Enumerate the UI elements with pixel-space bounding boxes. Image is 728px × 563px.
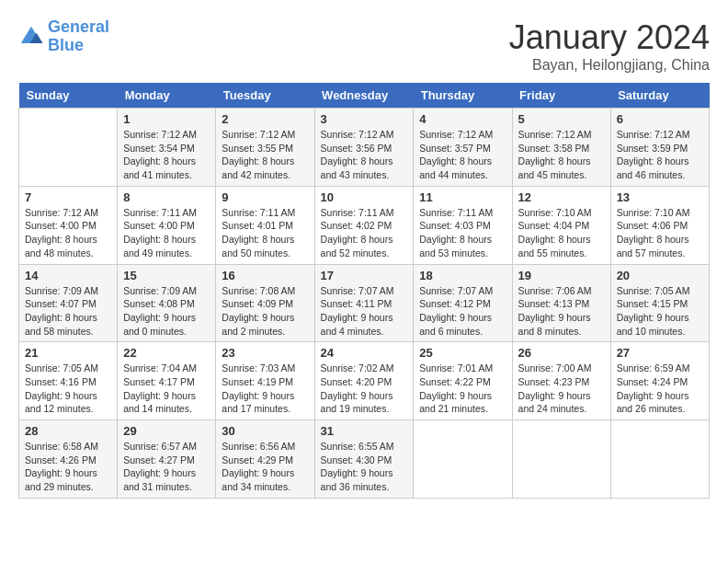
calendar-cell [19, 109, 118, 187]
day-number: 24 [321, 346, 408, 360]
day-info: Sunrise: 7:11 AMSunset: 4:00 PMDaylight:… [123, 206, 210, 260]
calendar-cell: 13Sunrise: 7:10 AMSunset: 4:06 PMDayligh… [610, 186, 709, 264]
day-info: Sunrise: 7:12 AMSunset: 3:58 PMDaylight:… [518, 128, 605, 182]
calendar-cell: 15Sunrise: 7:09 AMSunset: 4:08 PMDayligh… [118, 264, 216, 342]
calendar-cell: 30Sunrise: 6:56 AMSunset: 4:29 PMDayligh… [216, 420, 314, 499]
day-info: Sunrise: 7:12 AMSunset: 3:55 PMDaylight:… [222, 128, 308, 182]
day-number: 2 [222, 112, 308, 126]
day-info: Sunrise: 6:57 AMSunset: 4:27 PMDaylight:… [123, 440, 210, 494]
calendar-week-3: 14Sunrise: 7:09 AMSunset: 4:07 PMDayligh… [19, 264, 710, 342]
calendar-cell: 1Sunrise: 7:12 AMSunset: 3:54 PMDaylight… [118, 109, 216, 187]
day-info: Sunrise: 7:09 AMSunset: 4:07 PMDaylight:… [25, 284, 111, 339]
day-number: 31 [321, 424, 408, 438]
calendar-cell: 26Sunrise: 7:00 AMSunset: 4:23 PMDayligh… [512, 342, 610, 420]
calendar-cell: 29Sunrise: 6:57 AMSunset: 4:27 PMDayligh… [118, 420, 216, 499]
day-info: Sunrise: 7:02 AMSunset: 4:20 PMDaylight:… [321, 362, 408, 416]
calendar-cell: 10Sunrise: 7:11 AMSunset: 4:02 PMDayligh… [314, 186, 414, 264]
calendar-cell: 7Sunrise: 7:12 AMSunset: 4:00 PMDaylight… [19, 186, 118, 264]
day-number: 21 [25, 346, 111, 360]
day-number: 28 [25, 424, 111, 438]
calendar-cell: 4Sunrise: 7:12 AMSunset: 3:57 PMDaylight… [414, 109, 512, 187]
calendar-cell: 28Sunrise: 6:58 AMSunset: 4:26 PMDayligh… [19, 420, 118, 499]
day-number: 12 [518, 190, 605, 204]
calendar-cell: 2Sunrise: 7:12 AMSunset: 3:55 PMDaylight… [216, 109, 314, 187]
day-number: 14 [25, 269, 111, 282]
day-info: Sunrise: 7:12 AMSunset: 3:57 PMDaylight:… [419, 128, 506, 182]
calendar-cell: 3Sunrise: 7:12 AMSunset: 3:56 PMDaylight… [314, 109, 414, 187]
logo-line2: Blue [48, 37, 109, 55]
day-info: Sunrise: 6:59 AMSunset: 4:24 PMDaylight:… [617, 362, 703, 416]
day-info: Sunrise: 6:55 AMSunset: 4:30 PMDaylight:… [321, 440, 408, 494]
day-number: 30 [222, 424, 308, 438]
day-number: 19 [518, 269, 605, 282]
calendar-cell: 14Sunrise: 7:09 AMSunset: 4:07 PMDayligh… [19, 264, 118, 342]
header-row: Sunday Monday Tuesday Wednesday Thursday… [19, 83, 710, 109]
day-number: 4 [419, 112, 506, 126]
month-title: January 2024 [509, 18, 710, 57]
day-number: 25 [419, 346, 506, 360]
day-info: Sunrise: 7:12 AMSunset: 3:59 PMDaylight:… [617, 128, 703, 182]
calendar-cell: 23Sunrise: 7:03 AMSunset: 4:19 PMDayligh… [216, 342, 314, 420]
calendar-table: Sunday Monday Tuesday Wednesday Thursday… [18, 83, 710, 499]
day-info: Sunrise: 6:58 AMSunset: 4:26 PMDaylight:… [25, 440, 111, 494]
calendar-cell: 9Sunrise: 7:11 AMSunset: 4:01 PMDaylight… [216, 186, 314, 264]
calendar-cell: 21Sunrise: 7:05 AMSunset: 4:16 PMDayligh… [19, 342, 118, 420]
day-number: 11 [419, 190, 506, 204]
header-tuesday: Tuesday [216, 83, 314, 109]
logo-text: General Blue [48, 18, 109, 55]
calendar-cell: 18Sunrise: 7:07 AMSunset: 4:12 PMDayligh… [414, 264, 512, 342]
header-monday: Monday [118, 83, 216, 109]
calendar-cell: 22Sunrise: 7:04 AMSunset: 4:17 PMDayligh… [118, 342, 216, 420]
day-info: Sunrise: 7:11 AMSunset: 4:03 PMDaylight:… [419, 206, 506, 260]
day-info: Sunrise: 6:56 AMSunset: 4:29 PMDaylight:… [222, 440, 308, 494]
calendar-cell: 8Sunrise: 7:11 AMSunset: 4:00 PMDaylight… [118, 186, 216, 264]
calendar-cell: 24Sunrise: 7:02 AMSunset: 4:20 PMDayligh… [314, 342, 414, 420]
header-sunday: Sunday [19, 83, 118, 109]
day-info: Sunrise: 7:11 AMSunset: 4:02 PMDaylight:… [321, 206, 408, 260]
page-header: General Blue January 2024 Bayan, Heilong… [18, 18, 710, 74]
title-section: January 2024 Bayan, Heilongjiang, China [509, 18, 710, 74]
day-number: 27 [617, 346, 703, 360]
calendar-header: Sunday Monday Tuesday Wednesday Thursday… [19, 83, 710, 109]
day-info: Sunrise: 7:05 AMSunset: 4:16 PMDaylight:… [25, 362, 111, 416]
day-info: Sunrise: 7:06 AMSunset: 4:13 PMDaylight:… [518, 284, 605, 339]
logo-icon [18, 24, 44, 50]
day-number: 10 [321, 190, 408, 204]
header-wednesday: Wednesday [314, 83, 414, 109]
calendar-cell: 11Sunrise: 7:11 AMSunset: 4:03 PMDayligh… [414, 186, 512, 264]
logo: General Blue [18, 18, 109, 55]
calendar-cell [414, 420, 512, 499]
day-number: 5 [518, 112, 605, 126]
day-number: 15 [123, 269, 210, 282]
calendar-cell: 6Sunrise: 7:12 AMSunset: 3:59 PMDaylight… [610, 109, 709, 187]
day-info: Sunrise: 7:09 AMSunset: 4:08 PMDaylight:… [123, 284, 210, 339]
calendar-week-1: 1Sunrise: 7:12 AMSunset: 3:54 PMDaylight… [19, 109, 710, 187]
calendar-cell [610, 420, 709, 499]
day-info: Sunrise: 7:01 AMSunset: 4:22 PMDaylight:… [419, 362, 506, 416]
day-number: 20 [617, 269, 703, 282]
header-saturday: Saturday [610, 83, 709, 109]
day-number: 7 [25, 190, 111, 204]
calendar-cell: 20Sunrise: 7:05 AMSunset: 4:15 PMDayligh… [610, 264, 709, 342]
header-thursday: Thursday [414, 83, 512, 109]
day-number: 8 [123, 190, 210, 204]
day-info: Sunrise: 7:07 AMSunset: 4:11 PMDaylight:… [321, 284, 408, 339]
day-number: 18 [419, 269, 506, 282]
day-number: 6 [617, 112, 703, 126]
day-number: 17 [321, 269, 408, 282]
calendar-week-4: 21Sunrise: 7:05 AMSunset: 4:16 PMDayligh… [19, 342, 710, 420]
day-info: Sunrise: 7:10 AMSunset: 4:06 PMDaylight:… [617, 206, 703, 260]
day-number: 16 [222, 269, 308, 282]
day-info: Sunrise: 7:04 AMSunset: 4:17 PMDaylight:… [123, 362, 210, 416]
day-info: Sunrise: 7:12 AMSunset: 3:56 PMDaylight:… [321, 128, 408, 182]
day-number: 22 [123, 346, 210, 360]
calendar-cell: 19Sunrise: 7:06 AMSunset: 4:13 PMDayligh… [512, 264, 610, 342]
day-number: 9 [222, 190, 308, 204]
day-info: Sunrise: 7:11 AMSunset: 4:01 PMDaylight:… [222, 206, 308, 260]
calendar-cell: 17Sunrise: 7:07 AMSunset: 4:11 PMDayligh… [314, 264, 414, 342]
day-number: 3 [321, 112, 408, 126]
calendar-cell: 27Sunrise: 6:59 AMSunset: 4:24 PMDayligh… [610, 342, 709, 420]
calendar-cell: 25Sunrise: 7:01 AMSunset: 4:22 PMDayligh… [414, 342, 512, 420]
calendar-cell: 12Sunrise: 7:10 AMSunset: 4:04 PMDayligh… [512, 186, 610, 264]
day-info: Sunrise: 7:12 AMSunset: 3:54 PMDaylight:… [123, 128, 210, 182]
